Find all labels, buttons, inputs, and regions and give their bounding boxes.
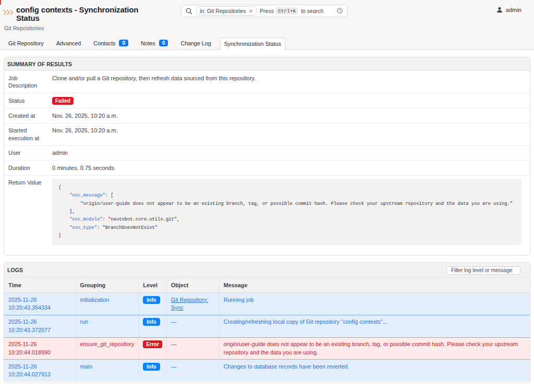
svg-text:?: ? [339,9,341,13]
